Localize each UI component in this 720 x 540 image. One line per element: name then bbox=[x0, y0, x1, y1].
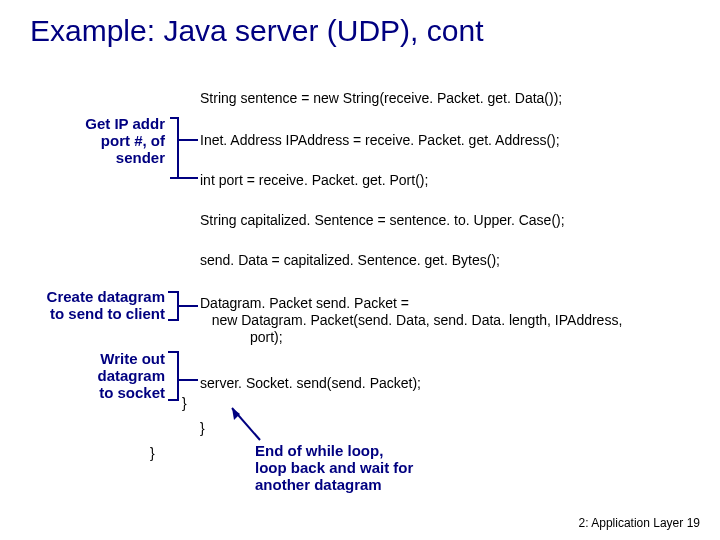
code-line-6b: new Datagram. Packet(send. Data, send. D… bbox=[200, 312, 622, 328]
code-line-5: send. Data = capitalized. Sentence. get.… bbox=[200, 252, 500, 268]
code-brace-1: } bbox=[182, 395, 187, 411]
code-brace-2: } bbox=[200, 420, 205, 436]
code-line-1: String sentence = new String(receive. Pa… bbox=[200, 90, 562, 106]
code-line-7: server. Socket. send(send. Packet); bbox=[200, 375, 421, 391]
code-line-4: String capitalized. Sentence = sentence.… bbox=[200, 212, 565, 228]
slide: Example: Java server (UDP), cont String … bbox=[0, 0, 720, 540]
footer: 2: Application Layer 19 bbox=[579, 516, 700, 530]
annotation-get-ip: Get IP addr port #, of sender bbox=[35, 115, 165, 166]
svg-marker-5 bbox=[232, 408, 240, 420]
svg-line-4 bbox=[232, 408, 260, 440]
code-brace-3: } bbox=[150, 445, 155, 461]
footer-page: 19 bbox=[687, 516, 700, 530]
slide-title: Example: Java server (UDP), cont bbox=[30, 14, 483, 48]
code-line-6a: Datagram. Packet send. Packet = bbox=[200, 295, 409, 311]
footer-chapter: 2: Application Layer bbox=[579, 516, 684, 530]
annotation-write: Write out datagram to socket bbox=[35, 350, 165, 401]
code-line-6c: port); bbox=[250, 329, 283, 345]
annotation-create: Create datagram to send to client bbox=[0, 288, 165, 322]
code-line-2: Inet. Address IPAddress = receive. Packe… bbox=[200, 132, 560, 148]
annotation-endloop: End of while loop, loop back and wait fo… bbox=[255, 442, 413, 493]
code-line-3: int port = receive. Packet. get. Port(); bbox=[200, 172, 428, 188]
